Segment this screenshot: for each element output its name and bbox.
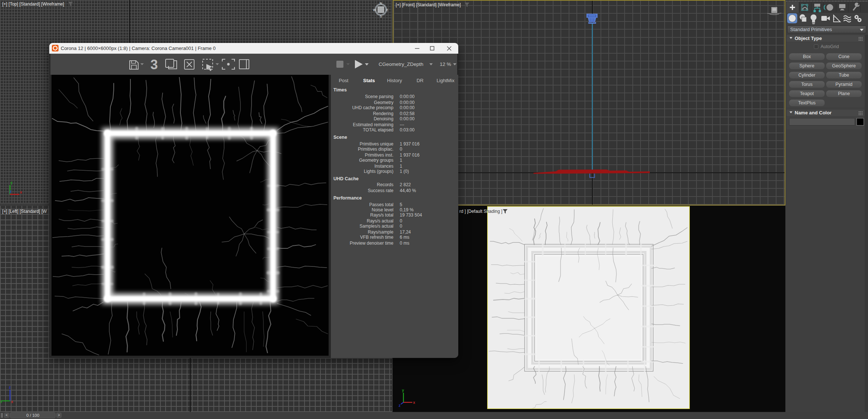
svg-text:x: x <box>413 400 415 405</box>
svg-text:N: N <box>380 1 382 5</box>
svg-text:z: z <box>399 403 400 408</box>
svg-text:y: y <box>10 181 13 185</box>
svg-text:x: x <box>20 190 22 194</box>
svg-text:E: E <box>386 8 388 12</box>
svg-text:y: y <box>0 399 3 403</box>
svg-text:12 %: 12 % <box>440 61 451 67</box>
svg-text:z: z <box>10 190 11 194</box>
svg-text:W: W <box>373 8 376 12</box>
svg-text:z: z <box>9 385 11 389</box>
svg-text:CGeometry_ZDepth: CGeometry_ZDepth <box>379 61 423 67</box>
svg-text:x: x <box>11 400 13 404</box>
svg-text:3: 3 <box>150 57 158 72</box>
svg-text:S: S <box>380 14 382 18</box>
svg-text:y: y <box>402 388 404 392</box>
